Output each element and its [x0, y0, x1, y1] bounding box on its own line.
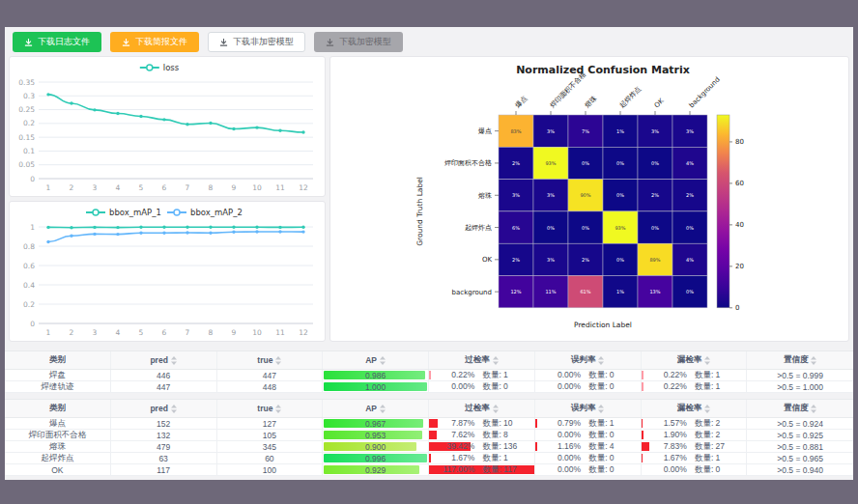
pred-value: 479 — [157, 442, 170, 452]
confidence-cell: >0.5 = 1.000 — [747, 381, 853, 392]
sort-caret-icon — [380, 405, 386, 413]
download-button-0[interactable]: 下载日志文件 — [13, 32, 101, 52]
column-header-label: 置信度 — [784, 403, 809, 414]
svg-text:8: 8 — [209, 183, 214, 192]
pred-cell: 132 — [111, 430, 217, 440]
sort-caret-icon — [171, 405, 177, 413]
sort-icon[interactable] — [493, 405, 499, 413]
download-button-2[interactable]: 下载非加密模型 — [208, 32, 305, 52]
category-cell: OK — [5, 464, 111, 475]
count-value: 数量: 8 — [482, 430, 530, 440]
button-label: 下载加密模型 — [339, 36, 391, 48]
sort-icon[interactable] — [380, 356, 386, 365]
sort-icon[interactable] — [493, 356, 499, 365]
column-header-误判率[interactable]: 误判率 — [535, 400, 642, 417]
svg-text:bbox_mAP_1: bbox_mAP_1 — [109, 208, 161, 217]
svg-text:Prediction Label: Prediction Label — [574, 321, 632, 329]
rate-bar — [642, 371, 644, 379]
confidence-value: >0.5 = 0.881 — [777, 442, 823, 452]
sort-icon[interactable] — [275, 356, 281, 365]
column-header-过检率[interactable]: 过检率 — [429, 351, 535, 369]
confidence-value: >0.5 = 0.940 — [777, 465, 823, 475]
column-header-pred[interactable]: pred — [111, 400, 217, 417]
sort-caret-icon — [493, 356, 499, 365]
column-header-true[interactable]: true — [217, 351, 324, 369]
download-button-3[interactable]: 下载加密模型 — [314, 32, 403, 52]
sort-icon[interactable] — [275, 405, 281, 413]
button-label: 下载非加密模型 — [233, 36, 294, 48]
loss-chart-card: loss00.050.10.150.20.250.30.351234567891… — [9, 56, 326, 197]
rate-value: 0.00% — [538, 370, 581, 380]
category-cell: 熔珠 — [5, 441, 111, 452]
sort-icon[interactable] — [704, 405, 710, 413]
rate-and-count: 0.22%数量: 1 — [644, 370, 743, 380]
sort-icon[interactable] — [811, 405, 816, 413]
rate-and-count: 1.67%数量: 1 — [432, 453, 530, 463]
pred-cell: 117 — [111, 464, 217, 475]
ap-value: 0.986 — [365, 371, 386, 380]
count-value: 数量: 27 — [695, 441, 743, 452]
svg-text:OK: OK — [653, 97, 666, 109]
svg-text:焊印面积不合格: 焊印面积不合格 — [444, 159, 492, 167]
column-header-true[interactable]: true — [217, 400, 324, 417]
bbox-map-chart: bbox_mAP_1bbox_mAP_200.20.40.60.81123456… — [10, 202, 325, 341]
svg-text:2: 2 — [70, 183, 74, 192]
download-button-1[interactable]: 下载简报文件 — [110, 32, 199, 52]
svg-text:1%: 1% — [616, 128, 624, 134]
ap-cell: 0.929 — [323, 464, 429, 475]
sort-icon[interactable] — [380, 405, 386, 413]
column-header-误判率[interactable]: 误判率 — [535, 351, 642, 369]
misjudge-cell: 0.00%数量: 0 — [535, 381, 642, 392]
sort-icon[interactable] — [598, 356, 604, 365]
svg-text:2%: 2% — [582, 257, 589, 263]
svg-text:93%: 93% — [615, 225, 625, 231]
svg-text:0.6: 0.6 — [23, 262, 35, 270]
column-header-AP[interactable]: AP — [323, 400, 429, 417]
sort-icon[interactable] — [171, 405, 177, 413]
rate-and-count: 0.00%数量: 0 — [538, 381, 637, 392]
sort-caret-icon — [811, 405, 816, 413]
svg-text:12%: 12% — [510, 289, 521, 294]
table-row: 焊盘4464470.9860.22%数量: 10.00%数量: 00.22%数量… — [5, 370, 853, 381]
sort-icon[interactable] — [811, 356, 816, 365]
rate-and-count: 0.00%数量: 0 — [538, 453, 637, 463]
count-value: 数量: 0 — [588, 381, 637, 392]
svg-text:93%: 93% — [545, 160, 556, 166]
rate-value: 117.00% — [432, 464, 474, 475]
svg-text:0%: 0% — [547, 225, 555, 231]
count-value: 数量: 0 — [588, 430, 637, 440]
column-header-pred[interactable]: pred — [111, 351, 217, 369]
over-detect-cell: 0.00%数量: 0 — [429, 381, 535, 392]
miss-detect-cell: 1.90%数量: 2 — [642, 430, 748, 440]
rate-value: 0.22% — [644, 381, 687, 392]
sort-icon[interactable] — [704, 356, 710, 365]
category-label: 焊缝轨迹 — [41, 381, 73, 392]
column-header-漏检率[interactable]: 漏检率 — [642, 400, 748, 417]
rate-value: 0.00% — [538, 381, 581, 392]
rate-value: 0.00% — [538, 453, 581, 463]
svg-text:1: 1 — [46, 328, 51, 337]
column-header-label: true — [257, 404, 272, 413]
svg-text:0: 0 — [30, 175, 35, 183]
svg-text:0%: 0% — [686, 225, 694, 231]
misjudge-cell: 0.00%数量: 0 — [535, 430, 642, 440]
column-header-置信度[interactable]: 置信度 — [747, 351, 853, 369]
true-cell: 127 — [217, 418, 324, 429]
column-header-过检率[interactable]: 过检率 — [429, 400, 535, 417]
ap-value: 0.967 — [365, 419, 386, 429]
svg-text:OK: OK — [482, 256, 493, 264]
svg-text:90%: 90% — [580, 192, 590, 198]
svg-text:5: 5 — [139, 328, 144, 337]
category-cell: 焊缝轨迹 — [5, 381, 111, 392]
confidence-cell: >0.5 = 0.881 — [747, 441, 853, 452]
svg-text:8: 8 — [209, 328, 214, 337]
confidence-value: >0.5 = 1.000 — [777, 382, 823, 392]
column-header-漏检率[interactable]: 漏检率 — [642, 351, 748, 369]
misjudge-cell: 1.16%数量: 4 — [535, 441, 642, 452]
column-header-AP[interactable]: AP — [323, 351, 429, 369]
column-header-置信度[interactable]: 置信度 — [747, 400, 853, 417]
miss-detect-cell: 7.83%数量: 27 — [642, 441, 748, 452]
sort-icon[interactable] — [598, 405, 604, 413]
svg-text:6: 6 — [162, 328, 167, 337]
sort-icon[interactable] — [171, 356, 177, 365]
